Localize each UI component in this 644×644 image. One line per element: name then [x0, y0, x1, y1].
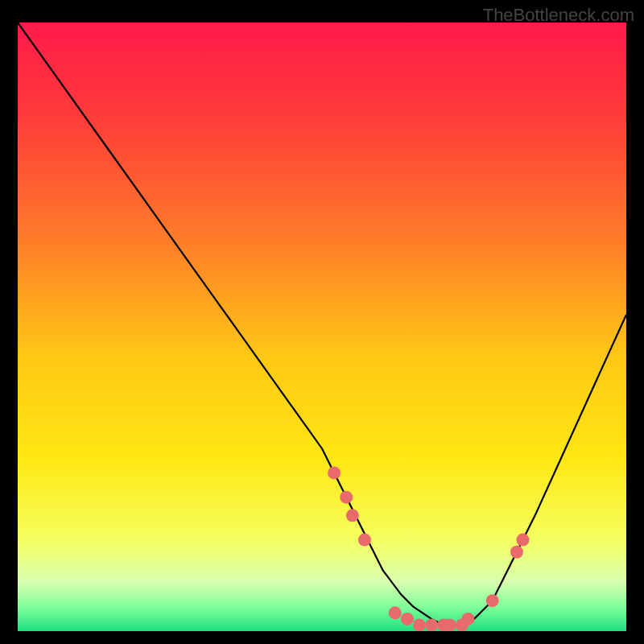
data-marker — [340, 491, 353, 504]
data-marker — [328, 466, 341, 479]
data-marker — [358, 534, 371, 547]
plot-area — [18, 23, 626, 631]
data-marker — [389, 606, 402, 619]
watermark-text: TheBottleneck.com — [483, 5, 634, 26]
data-marker — [401, 613, 414, 625]
data-marker — [444, 618, 456, 631]
curve-layer — [18, 23, 626, 631]
data-markers — [328, 466, 529, 631]
bottleneck-curve — [18, 23, 626, 625]
chart-container: { "watermark": "TheBottleneck.com", "cha… — [0, 0, 644, 644]
data-marker — [346, 509, 359, 522]
data-marker — [516, 534, 529, 547]
data-marker — [486, 594, 499, 607]
data-marker — [413, 618, 426, 631]
data-marker — [461, 613, 474, 625]
data-marker — [510, 546, 523, 559]
data-marker — [425, 618, 438, 631]
